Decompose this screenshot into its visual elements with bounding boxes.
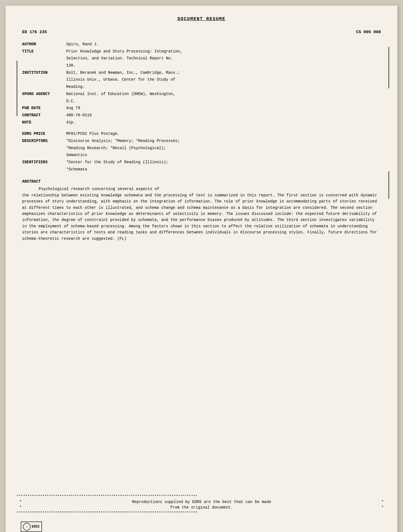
pubdate-label: PUB DATE [22, 105, 66, 111]
pubdate-value: Aug 79 [66, 105, 381, 111]
eric-label: ERIC [32, 525, 40, 529]
desc-line1: *Discourse Analysis; *Memory; *Reading P… [66, 138, 381, 144]
right-margin-line-top [388, 47, 389, 88]
eric-logo: ○ ERIC [21, 522, 42, 532]
desc-line2: *Reading Research; *Recall (Psychologica… [66, 145, 166, 151]
note-label: NOTE [22, 120, 66, 126]
left-margin-line [17, 61, 17, 116]
institution-line3: Reading. [66, 84, 85, 90]
document-page: DOCUMENT RESUME ED 176 235 CS 005 008 AU… [6, 6, 397, 532]
abstract-section: ABSTRACT Psychological research concerni… [22, 179, 381, 242]
ident-line1: *Center for the Study of Reading (Illino… [66, 159, 381, 165]
institution-row: INSTITUTION Bolt, Beranek and Newman, In… [22, 70, 381, 76]
institution-label: INSTITUTION [22, 70, 66, 76]
contract-value: 400-76-0116 [66, 112, 381, 118]
note-value: 41p. [66, 120, 381, 126]
ident-label: IDENTIFIERS [22, 159, 66, 165]
spons-line1: National Inst. of Education (DHEW), Wash… [66, 91, 381, 97]
desc-label: DESCRIPTORS [22, 138, 66, 144]
pubdate-row: PUB DATE Aug 79 [22, 105, 381, 111]
spons-row: SPONS AGENCY National Inst. of Education… [22, 91, 381, 97]
desc-cont-1: *Reading Research; *Recall (Psychologica… [22, 145, 381, 151]
title-line2: Selection, and Variation. Technical Repo… [66, 56, 173, 62]
title-value-line1: Prior Knowledge and Story Processing: In… [66, 49, 381, 55]
cs-number: CS 005 008 [356, 30, 381, 35]
desc-line3: Semantics [66, 152, 87, 158]
ident-row: IDENTIFIERS *Center for the Study of Rea… [22, 159, 381, 165]
edrs-row: EDRS PRICE MF01/PC02 Plus Postage. [22, 131, 381, 137]
footer-line1-star2: * [381, 500, 384, 504]
footer-line1: * Reproductions supplied by EDRS are the… [17, 499, 386, 505]
footer-section: ****************************************… [17, 494, 386, 515]
spons-label: SPONS AGENCY [22, 91, 66, 97]
title-label: TITLE [22, 49, 66, 55]
author-row: AUTHOR Spiro, Rand J. [22, 41, 381, 48]
abstract-indent-span: Psychological research concerning severa… [39, 187, 159, 191]
contract-row: CONTRACT 400-76-0116 [22, 112, 381, 118]
author-label: AUTHOR [22, 41, 66, 48]
institution-cont-2: Reading. [22, 84, 381, 90]
footer-line2: * from the original document. * [17, 505, 386, 510]
title-line3: 138. [66, 63, 76, 69]
institution-line1: Bolt, Beranek and Newman, Inc., Cambridg… [66, 70, 381, 76]
eric-circle: ○ [23, 523, 31, 531]
fields-section: AUTHOR Spiro, Rand J. TITLE Prior Knowle… [22, 41, 381, 172]
desc-row: DESCRIPTORS *Discourse Analysis; *Memory… [22, 138, 381, 144]
footer-border-top: ****************************************… [17, 494, 386, 499]
page-title: DOCUMENT RESUME [22, 17, 381, 22]
abstract-indent-text: Psychological research concerning severa… [22, 186, 381, 192]
footer-line1-text: Reproductions supplied by EDRS are the b… [132, 500, 271, 504]
ed-number: ED 176 235 [22, 30, 47, 35]
spons-cont-1: D.C. [22, 98, 381, 104]
institution-line2: Illinois Univ., Urbana. Center for the S… [66, 77, 175, 83]
title-cont-1: Selection, and Variation. Technical Repo… [22, 56, 381, 62]
abstract-body: the relationship between existing knowle… [22, 192, 381, 242]
title-cont-2: 138. [22, 63, 381, 69]
edrs-value: MF01/PC02 Plus Postage. [66, 131, 381, 137]
eric-circle-text: ○ [26, 525, 28, 528]
ident-line2: *Schemata [66, 167, 87, 173]
institution-cont-1: Illinois Univ., Urbana. Center for the S… [22, 77, 381, 83]
footer-line2-star2: * [381, 505, 384, 510]
author-value: Spiro, Rand J. [66, 41, 381, 48]
footer-line2-text: from the original document. [170, 505, 233, 510]
desc-cont-2: Semantics [22, 152, 381, 158]
footer-line1-star1: * [19, 500, 22, 504]
spons-line2: D.C. [66, 98, 76, 104]
title-row: TITLE Prior Knowledge and Story Processi… [22, 49, 381, 55]
header-row: ED 176 235 CS 005 008 [22, 30, 381, 35]
footer-border-bottom: ****************************************… [17, 510, 386, 516]
contract-label: CONTRACT [22, 112, 66, 118]
note-row: NOTE 41p. [22, 120, 381, 126]
abstract-label: ABSTRACT [22, 179, 381, 184]
right-margin-line-bottom [388, 171, 389, 199]
edrs-label: EDRS PRICE [22, 131, 66, 137]
footer-line2-star1: * [19, 505, 22, 510]
ident-cont-1: *Schemata [22, 167, 381, 173]
